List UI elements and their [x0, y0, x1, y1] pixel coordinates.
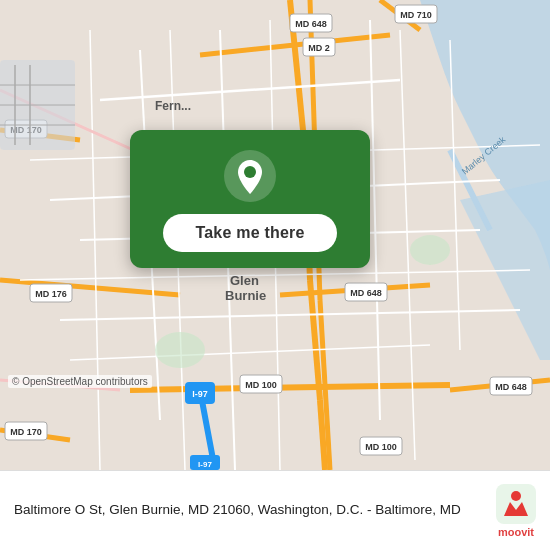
svg-text:MD 2: MD 2: [308, 43, 330, 53]
svg-text:MD 648: MD 648: [295, 19, 327, 29]
svg-text:I-97: I-97: [192, 389, 208, 399]
svg-text:MD 710: MD 710: [400, 10, 432, 20]
svg-point-74: [511, 491, 521, 501]
take-me-there-button[interactable]: Take me there: [163, 214, 336, 252]
svg-text:MD 170: MD 170: [10, 427, 42, 437]
svg-point-69: [155, 332, 205, 368]
svg-point-70: [410, 235, 450, 265]
osm-attribution: © OpenStreetMap contributors: [8, 375, 152, 388]
address-text: Baltimore O St, Glen Burnie, MD 21060, W…: [14, 501, 496, 520]
svg-text:Fern...: Fern...: [155, 99, 191, 113]
location-card: Take me there: [130, 130, 370, 268]
moovit-logo: moovit: [496, 484, 536, 538]
svg-text:MD 100: MD 100: [365, 442, 397, 452]
location-pin-icon: [224, 150, 276, 202]
svg-text:MD 648: MD 648: [495, 382, 527, 392]
moovit-text: moovit: [498, 526, 534, 538]
svg-text:MD 176: MD 176: [35, 289, 67, 299]
svg-point-72: [244, 166, 256, 178]
info-bar: Baltimore O St, Glen Burnie, MD 21060, W…: [0, 470, 550, 550]
svg-text:MD 100: MD 100: [245, 380, 277, 390]
moovit-icon-svg: [496, 484, 536, 524]
svg-rect-73: [496, 484, 536, 524]
map-view: MD 710 MD 648 MD 2 MD 648 MD 648 MD 176 …: [0, 0, 550, 470]
svg-text:MD 648: MD 648: [350, 288, 382, 298]
svg-text:Glen: Glen: [230, 273, 259, 288]
svg-text:Burnie: Burnie: [225, 288, 266, 303]
svg-text:I-97: I-97: [198, 460, 212, 469]
